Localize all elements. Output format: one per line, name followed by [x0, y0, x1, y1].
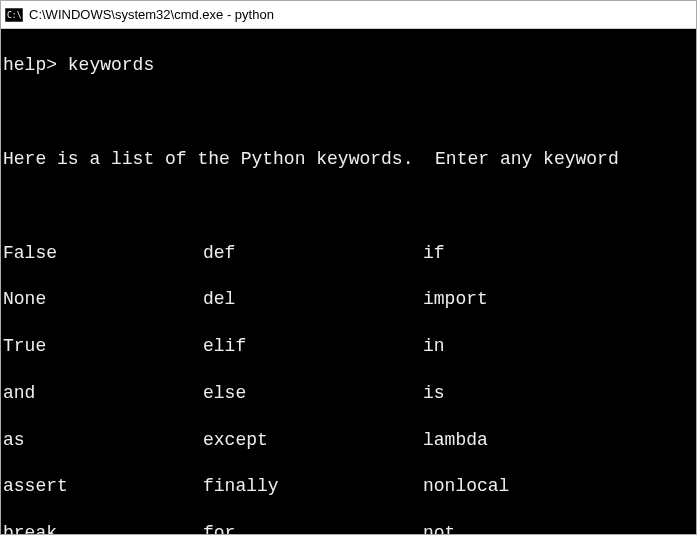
terminal-body[interactable]: help> keywords Here is a list of the Pyt… [1, 29, 696, 535]
svg-text:C:\: C:\ [7, 11, 22, 20]
keyword: in [423, 335, 445, 358]
keyword: assert [3, 475, 203, 498]
keyword: not [423, 522, 455, 535]
help-prompt-line: help> keywords [3, 54, 694, 77]
keyword: is [423, 382, 445, 405]
keywords-row: andelseis [3, 382, 694, 405]
keyword: except [203, 429, 423, 452]
help-command: keywords [68, 55, 154, 75]
keyword: import [423, 288, 488, 311]
titlebar[interactable]: C:\ C:\WINDOWS\system32\cmd.exe - python [1, 1, 696, 29]
keyword: and [3, 382, 203, 405]
keyword: lambda [423, 429, 488, 452]
keyword: finally [203, 475, 423, 498]
keyword: break [3, 522, 203, 535]
help-prompt: help> [3, 55, 68, 75]
keywords-row: Nonedelimport [3, 288, 694, 311]
keyword: for [203, 522, 423, 535]
keyword: if [423, 242, 445, 265]
keywords-intro: Here is a list of the Python keywords. E… [3, 148, 694, 171]
keyword: del [203, 288, 423, 311]
keywords-row: Trueelifin [3, 335, 694, 358]
cmd-icon: C:\ [5, 8, 23, 22]
keyword: None [3, 288, 203, 311]
keyword: elif [203, 335, 423, 358]
blank-line [3, 195, 694, 218]
keyword: else [203, 382, 423, 405]
keyword: as [3, 429, 203, 452]
blank-line [3, 101, 694, 124]
keyword: def [203, 242, 423, 265]
keyword: False [3, 242, 203, 265]
keywords-row: Falsedefif [3, 242, 694, 265]
keywords-row: breakfornot [3, 522, 694, 535]
window-title: C:\WINDOWS\system32\cmd.exe - python [29, 7, 274, 22]
keyword: nonlocal [423, 475, 509, 498]
keyword: True [3, 335, 203, 358]
keywords-row: assertfinallynonlocal [3, 475, 694, 498]
keywords-row: asexceptlambda [3, 429, 694, 452]
